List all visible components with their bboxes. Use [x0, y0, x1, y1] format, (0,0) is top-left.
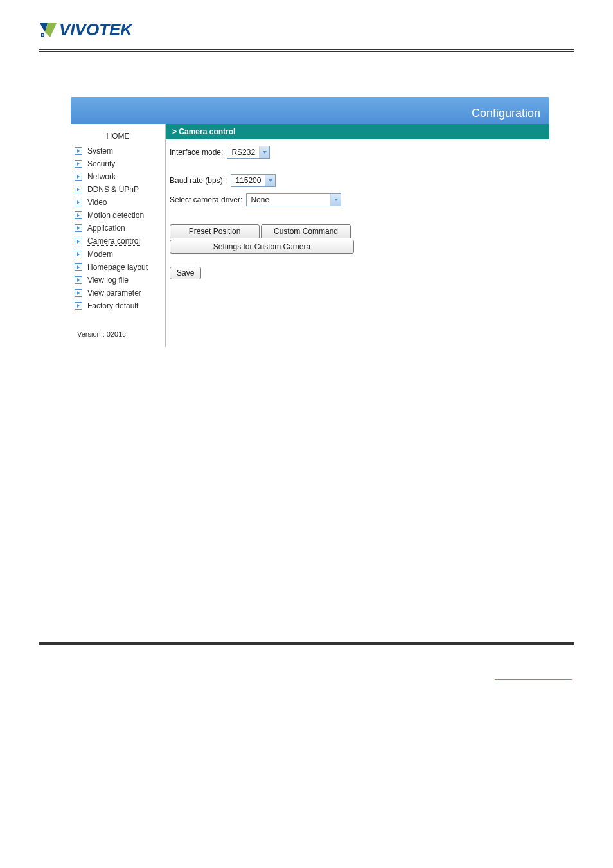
chevron-down-icon — [259, 146, 269, 158]
version-label: Version : 0201c — [71, 312, 165, 347]
arrow-right-icon — [75, 147, 82, 155]
arrow-right-icon — [75, 199, 82, 206]
sidebar-item-motion-detection[interactable]: Motion detection — [71, 209, 165, 222]
sidebar-item-network[interactable]: Network — [71, 170, 165, 183]
footer-divider — [39, 642, 574, 645]
sidebar-item-label: DDNS & UPnP — [87, 185, 139, 194]
arrow-right-icon — [75, 251, 82, 258]
select-value: RS232 — [227, 148, 259, 157]
sidebar-item-label: View parameter — [87, 288, 141, 297]
sidebar-item-label: Motion detection — [87, 211, 144, 220]
interface-mode-row: Interface mode: RS232 — [170, 146, 546, 159]
arrow-right-icon — [75, 224, 82, 232]
arrow-right-icon — [75, 211, 82, 219]
sidebar: HOME System Security — [71, 124, 166, 347]
sidebar-item-view-log-file[interactable]: View log file — [71, 274, 165, 287]
baud-rate-row: Baud rate (bps) : 115200 — [170, 174, 546, 187]
brand-logo-text: VIVOTEK — [59, 20, 132, 40]
page-title: Configuration — [472, 107, 540, 120]
baud-rate-label: Baud rate (bps) : — [170, 176, 227, 185]
arrow-right-icon — [75, 263, 82, 271]
sidebar-item-label: Video — [87, 198, 107, 207]
brand-logo-icon — [39, 19, 58, 40]
settings-custom-camera-button[interactable]: Settings for Custom Camera — [170, 240, 354, 254]
sidebar-item-modem[interactable]: Modem — [71, 248, 165, 261]
interface-mode-label: Interface mode: — [170, 148, 223, 157]
chevron-down-icon — [330, 194, 341, 206]
arrow-right-icon — [75, 276, 82, 284]
baud-rate-select[interactable]: 115200 — [231, 174, 276, 187]
sidebar-item-label: Modem — [87, 250, 113, 259]
sidebar-item-label: Network — [87, 172, 116, 181]
svg-point-1 — [42, 34, 43, 35]
arrow-right-icon — [75, 173, 82, 181]
sidebar-item-camera-control[interactable]: Camera control — [71, 235, 165, 248]
select-value: 115200 — [231, 176, 265, 185]
config-header-bar: Configuration — [71, 97, 549, 124]
main-content: > Camera control Interface mode: RS232 B… — [166, 124, 549, 286]
custom-command-button[interactable]: Custom Command — [261, 224, 351, 238]
camera-driver-select[interactable]: None — [246, 193, 341, 206]
sidebar-item-security[interactable]: Security — [71, 157, 165, 170]
save-button[interactable]: Save — [170, 267, 201, 279]
sidebar-item-application[interactable]: Application — [71, 222, 165, 235]
sidebar-item-ddns-upnp[interactable]: DDNS & UPnP — [71, 183, 165, 196]
sidebar-item-label: Application — [87, 224, 125, 233]
section-title: > Camera control — [166, 124, 549, 139]
arrow-right-icon — [75, 289, 82, 297]
sidebar-item-label: Factory default — [87, 301, 138, 310]
camera-driver-row: Select camera driver: None — [170, 193, 546, 206]
sidebar-item-factory-default[interactable]: Factory default — [71, 299, 165, 312]
preset-position-button[interactable]: Preset Position — [170, 224, 260, 238]
arrow-right-icon — [75, 160, 82, 168]
select-value: None — [247, 195, 330, 204]
sidebar-home[interactable]: HOME — [71, 128, 165, 145]
arrow-right-icon — [75, 186, 82, 193]
sidebar-item-label: System — [87, 146, 113, 155]
sidebar-item-label: View log file — [87, 276, 129, 285]
sidebar-item-label: Homepage layout — [87, 263, 148, 272]
camera-driver-label: Select camera driver: — [170, 195, 242, 204]
sidebar-item-label: Camera control — [87, 236, 140, 246]
sidebar-item-video[interactable]: Video — [71, 196, 165, 209]
arrow-right-icon — [75, 302, 82, 310]
interface-mode-select[interactable]: RS232 — [227, 146, 270, 159]
chevron-down-icon — [265, 175, 275, 186]
header-divider — [39, 49, 574, 52]
sidebar-item-label: Security — [87, 159, 115, 168]
footer-link[interactable] — [495, 671, 572, 680]
brand-logo: VIVOTEK — [39, 19, 574, 49]
arrow-right-icon — [75, 238, 82, 245]
sidebar-item-view-parameter[interactable]: View parameter — [71, 287, 165, 299]
sidebar-item-system[interactable]: System — [71, 145, 165, 157]
sidebar-item-homepage-layout[interactable]: Homepage layout — [71, 261, 165, 274]
